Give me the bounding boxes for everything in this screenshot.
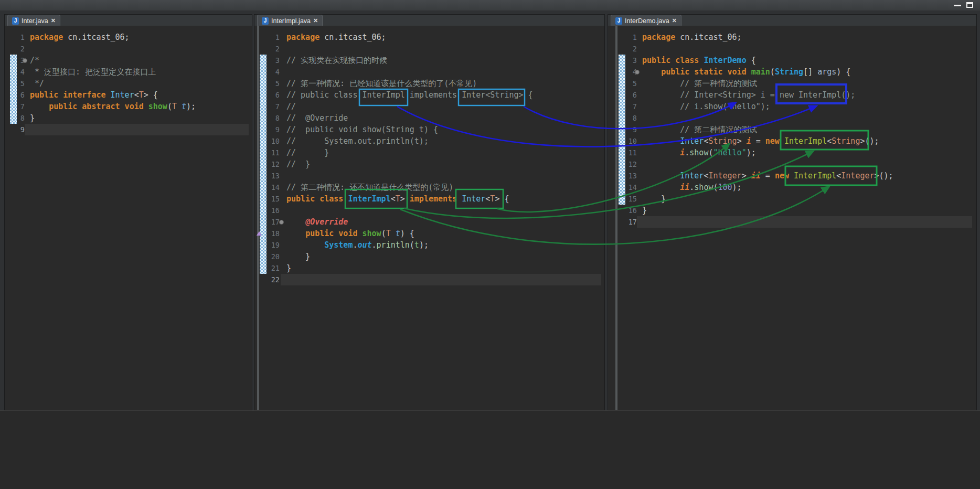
line-number: 7 [608,101,637,112]
line-number: 4 [608,66,637,78]
line-number: 2 [5,43,25,55]
code-line: // [286,101,533,112]
tab-interimpl-java[interactable]: J InterImpl.java ✕ [257,15,323,26]
title-bar [0,0,980,10]
line-number: 11 [254,147,280,158]
code-area: package cn.itcast_06;public class InterD… [642,31,893,228]
code-line: } [286,251,533,262]
code-line: public class InterImpl<T> implements Int… [286,193,533,205]
maximize-icon[interactable] [966,2,973,8]
override-marker-icon [257,231,262,236]
workbench-bottom-area [0,410,980,489]
code-line [642,216,893,228]
minimize-icon[interactable] [954,5,961,6]
line-number: 6 [5,89,25,101]
line-number: 2 [608,43,637,55]
line-number: 14 [254,182,280,193]
code-editor[interactable]: 1234567891011121314151617 package cn.itc… [608,26,976,410]
code-line [286,205,533,216]
code-line: // 第二种情况: 还不知道是什么类型的(常见) [286,182,533,193]
code-area: package cn.itcast_06;/* * 泛型接口: 把泛型定义在接口… [30,31,196,135]
line-number: 1 [608,31,637,43]
line-number: 11 [608,147,637,158]
code-line: Inter<String> i = new InterImpl<String>(… [642,135,893,147]
close-icon[interactable]: ✕ [313,17,318,24]
tab-label: Inter.java [22,17,48,25]
code-line: i.show("hello"); [642,147,893,158]
code-line: public interface Inter<T> { [30,89,196,101]
line-number: 12 [608,158,637,170]
code-line: public abstract void show(T t); [30,101,196,112]
fold-marker-icon[interactable] [23,58,27,63]
tab-inter-java[interactable]: J Inter.java ✕ [7,15,60,26]
line-number: 3 [608,55,637,66]
line-number: 20 [254,251,280,262]
code-line: // @Override [286,112,533,124]
code-line: } [642,193,893,205]
line-number: 1 [254,31,280,43]
code-area: package cn.itcast_06;// 实现类在实现接口的时候// 第一… [286,31,533,285]
code-line: // public void show(String t) { [286,124,533,135]
tab-strip: J Inter.java ✕ [5,15,252,26]
code-line [30,124,196,135]
code-line [286,274,533,285]
code-line [286,170,533,182]
close-icon[interactable]: ✕ [672,17,677,24]
line-number: 4 [5,66,25,78]
code-line: public class InterDemo { [642,55,893,66]
tab-interdemo-java[interactable]: J InterDemo.java ✕ [611,15,681,26]
line-number-gutter: 12345678910111213141516171819202122 [254,31,280,285]
tab-label: InterDemo.java [625,17,669,25]
code-line: // 第二种情况的测试 [642,124,893,135]
line-number: 15 [608,193,637,205]
line-number: 15 [254,193,280,205]
code-editor[interactable]: 123456789 package cn.itcast_06;/* * 泛型接口… [5,26,252,410]
line-number: 12 [254,158,280,170]
code-editor[interactable]: 12345678910111213141516171819202122 pack… [254,26,604,410]
code-line [286,43,533,55]
line-number: 16 [254,205,280,216]
code-line: Inter<Integer> ii = new InterImpl<Intege… [642,170,893,182]
code-line: public void show(T t) { [286,228,533,239]
line-number: 9 [5,124,25,135]
line-number: 5 [254,78,280,89]
line-number: 19 [254,239,280,251]
line-number: 16 [608,205,637,216]
line-number: 4 [254,66,280,78]
code-line: // } [286,158,533,170]
tab-strip: J InterImpl.java ✕ [254,15,604,26]
line-number: 13 [254,170,280,182]
line-number: 8 [254,112,280,124]
line-number: 3 [254,55,280,66]
java-file-icon: J [262,17,269,25]
code-line: public static void main(String[] args) { [642,66,893,78]
code-line: // 实现类在实现接口的时候 [286,55,533,66]
code-line: * 泛型接口: 把泛型定义在接口上 [30,66,196,78]
line-number: 7 [254,101,280,112]
line-number-gutter: 123456789 [5,31,25,135]
fold-marker-icon[interactable] [279,220,284,225]
line-number: 7 [5,101,25,112]
code-line: // System.out.println(t); [286,135,533,147]
line-number: 5 [5,78,25,89]
code-line [642,112,893,124]
line-number-gutter: 1234567891011121314151617 [608,31,637,228]
line-number: 22 [254,274,280,285]
code-line: ii.show(100); [642,182,893,193]
code-line: System.out.println(t); [286,239,533,251]
code-line: // 第一种情况的测试 [642,78,893,89]
code-line: } [642,205,893,216]
line-number: 9 [254,124,280,135]
code-line: package cn.itcast_06; [286,31,533,43]
line-number: 10 [254,135,280,147]
line-number: 9 [608,124,637,135]
code-line: @Override [286,216,533,228]
line-number: 17 [254,216,280,228]
line-number: 5 [608,78,637,89]
line-number: 1 [5,31,25,43]
fold-marker-icon[interactable] [635,70,640,75]
line-number: 6 [254,89,280,101]
close-icon[interactable]: ✕ [51,17,56,24]
line-number: 8 [5,112,25,124]
code-line [286,66,533,78]
